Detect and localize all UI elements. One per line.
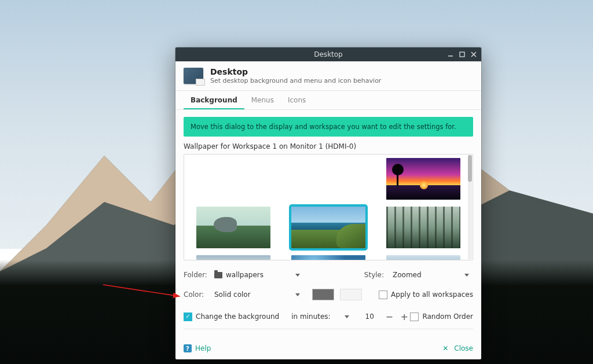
checkbox-icon: [410, 312, 419, 321]
tab-bar: Background Menus Icons: [175, 91, 481, 110]
dialog-header: Desktop Set desktop background and menu …: [175, 61, 481, 91]
increment-button[interactable]: +: [398, 311, 410, 322]
divider: [184, 329, 473, 329]
maximize-button[interactable]: [457, 49, 467, 60]
wallpaper-thumb-selected[interactable]: [291, 207, 365, 248]
wallpaper-thumb[interactable]: [386, 207, 460, 248]
tab-icons[interactable]: Icons: [281, 91, 313, 109]
scrollbar-thumb[interactable]: [468, 155, 472, 182]
wallpaper-thumb: [196, 158, 270, 200]
tab-menus[interactable]: Menus: [244, 91, 281, 109]
svg-rect-7: [397, 173, 398, 186]
chevron-down-icon: [295, 274, 300, 277]
interval-unit-combo[interactable]: in minutes:: [287, 310, 353, 323]
decrement-button[interactable]: −: [383, 311, 395, 322]
close-icon: ✕: [442, 344, 448, 352]
interval-unit-value: in minutes:: [291, 312, 330, 321]
primary-color-swatch[interactable]: [312, 289, 334, 300]
style-label: Style:: [348, 271, 389, 279]
titlebar[interactable]: Desktop: [175, 47, 481, 61]
svg-rect-4: [448, 56, 453, 57]
color-mode-value: Solid color: [214, 291, 251, 299]
random-order-checkbox[interactable]: Random Order: [410, 312, 473, 321]
close-dialog-button[interactable]: ✕ Close: [442, 344, 473, 352]
info-banner: Move this dialog to the display and work…: [184, 117, 473, 137]
wallpaper-thumb[interactable]: [386, 158, 460, 200]
secondary-color-swatch[interactable]: [340, 289, 362, 300]
dialog-subtitle: Set desktop background and menu and icon…: [210, 77, 381, 84]
color-mode-combo[interactable]: Solid color: [210, 288, 304, 301]
window-title: Desktop: [314, 50, 343, 58]
desktop-icon: [184, 68, 203, 84]
apply-all-checkbox[interactable]: Apply to all workspaces: [379, 291, 473, 299]
close-label: Close: [454, 344, 473, 352]
minimize-button[interactable]: [445, 49, 456, 60]
chevron-down-icon: [295, 293, 300, 296]
wallpaper-section-label: Wallpaper for Workspace 1 on Monitor 1 (…: [184, 142, 473, 150]
random-order-label: Random Order: [422, 312, 473, 321]
folder-label: Folder:: [184, 271, 210, 279]
wallpaper-thumb[interactable]: [291, 255, 365, 260]
wallpaper-thumb[interactable]: [196, 255, 270, 260]
folder-value: wallpapers: [226, 271, 263, 279]
tab-background[interactable]: Background: [184, 91, 244, 109]
change-background-label: Change the background: [196, 312, 279, 321]
help-icon: ?: [184, 344, 192, 352]
change-background-checkbox[interactable]: ✓ Change the background: [184, 312, 279, 321]
folder-combo[interactable]: wallpapers: [210, 269, 304, 281]
wallpaper-thumb[interactable]: [386, 255, 460, 260]
checkbox-icon: [379, 291, 387, 299]
interval-spinner[interactable]: 10 − +: [359, 311, 410, 322]
folder-icon: [214, 272, 222, 278]
wallpaper-thumb[interactable]: [196, 207, 270, 248]
checkbox-checked-icon: ✓: [184, 312, 192, 321]
gallery-scrollbar[interactable]: [468, 155, 472, 259]
color-label: Color:: [184, 291, 210, 299]
help-button[interactable]: ? Help: [184, 344, 211, 352]
desktop-settings-window: Desktop Desktop Set desktop background a…: [175, 47, 481, 359]
style-value: Zoomed: [393, 271, 422, 279]
chevron-down-icon: [345, 315, 349, 318]
chevron-down-icon: [464, 274, 469, 277]
style-combo[interactable]: Zoomed: [389, 269, 473, 281]
interval-value[interactable]: 10: [359, 312, 380, 321]
close-button[interactable]: [468, 49, 479, 60]
svg-rect-5: [460, 52, 464, 57]
wallpaper-gallery[interactable]: [184, 154, 473, 260]
help-label: Help: [195, 344, 211, 352]
wallpaper-thumb: [291, 158, 365, 200]
apply-all-label: Apply to all workspaces: [391, 291, 473, 299]
dialog-title: Desktop: [210, 67, 381, 76]
